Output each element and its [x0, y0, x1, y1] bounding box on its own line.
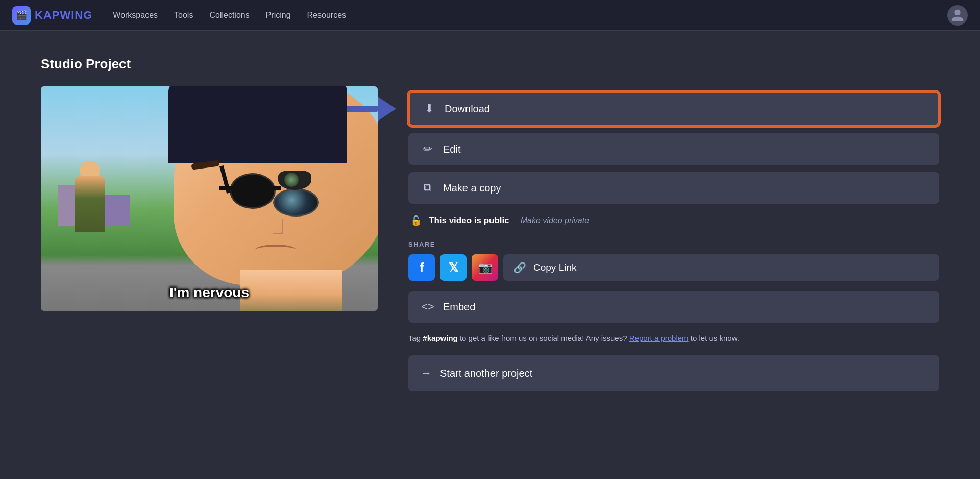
tag-text-3: to let us know. [689, 333, 739, 342]
nav-links: Workspaces Tools Collections Pricing Res… [113, 11, 947, 20]
make-copy-button[interactable]: ⧉ Make a copy [408, 172, 939, 204]
copy-link-button[interactable]: 🔗 Copy Link [503, 254, 939, 281]
embed-label: Embed [443, 301, 475, 313]
privacy-status: This video is public [429, 215, 509, 226]
navbar: 🎬 KAPWING Workspaces Tools Collections P… [0, 0, 980, 31]
link-icon: 🔗 [513, 261, 526, 274]
right-panel: ⬇ Download ✏ Edit ⧉ Make a copy 🔓 This v… [408, 86, 939, 391]
tag-hashtag: #kapwing [423, 333, 457, 342]
edit-label: Edit [443, 143, 460, 155]
instagram-icon: 📷 [478, 261, 492, 274]
privacy-row: 🔓 This video is public Make video privat… [408, 211, 939, 230]
char-neck [240, 270, 342, 311]
video-preview[interactable]: I'm nervous [41, 86, 378, 311]
edit-icon: ✏ [421, 142, 435, 156]
char-hair [168, 86, 347, 163]
char-nose [273, 219, 283, 234]
make-copy-label: Make a copy [443, 182, 501, 194]
twitter-button[interactable]: 𝕏 [440, 254, 467, 281]
instagram-button[interactable]: 📷 [472, 254, 498, 281]
start-project-label: Start another project [440, 368, 532, 379]
char-glasses [273, 188, 319, 217]
edit-button[interactable]: ✏ Edit [408, 133, 939, 165]
char-right-eye [278, 171, 311, 190]
char-eye-patch [230, 173, 276, 209]
download-icon: ⬇ [422, 102, 436, 115]
copy-icon: ⧉ [421, 181, 435, 195]
download-button[interactable]: ⬇ Download [408, 91, 939, 126]
share-buttons: f 𝕏 📷 🔗 Copy Link [408, 254, 939, 281]
download-label: Download [445, 103, 490, 115]
share-section: SHARE f 𝕏 📷 🔗 Copy Link [408, 237, 939, 284]
user-icon [950, 8, 965, 22]
nav-tools[interactable]: Tools [174, 11, 193, 20]
tag-text-1: Tag [408, 333, 423, 342]
logo-text: KAPWING [35, 9, 92, 22]
main-content: Studio Project [0, 31, 980, 417]
share-label: SHARE [408, 241, 939, 248]
report-problem-link[interactable]: Report a problem [629, 333, 689, 342]
logo[interactable]: 🎬 KAPWING [12, 6, 92, 25]
copy-link-label: Copy Link [533, 262, 577, 273]
video-placeholder: I'm nervous [41, 86, 378, 311]
facebook-icon: f [420, 260, 424, 276]
content-area: I'm nervous ⬇ Download ✏ Edit ⧉ [41, 86, 939, 391]
facebook-button[interactable]: f [408, 254, 435, 281]
char-mouth [255, 245, 296, 255]
right-eye-iris [284, 173, 299, 187]
bg-char-body [75, 176, 105, 232]
project-title: Studio Project [41, 56, 939, 72]
video-caption: I'm nervous [169, 284, 249, 301]
lock-icon: 🔓 [410, 215, 422, 226]
nav-resources[interactable]: Resources [307, 11, 346, 20]
logo-icon: 🎬 [12, 6, 31, 25]
tag-text-2: to get a like from us on social media! A… [458, 333, 629, 342]
avatar[interactable] [947, 5, 968, 26]
nav-workspaces[interactable]: Workspaces [113, 11, 158, 20]
arrow-head [378, 97, 396, 121]
nav-pricing[interactable]: Pricing [266, 11, 291, 20]
nav-collections[interactable]: Collections [209, 11, 249, 20]
tag-info: Tag #kapwing to get a like from us on so… [408, 330, 939, 346]
embed-icon: <> [421, 300, 435, 314]
building-2 [102, 195, 130, 226]
twitter-icon: 𝕏 [448, 260, 459, 276]
arrow-right-icon: → [421, 367, 432, 380]
start-project-button[interactable]: → Start another project [408, 355, 939, 391]
embed-button[interactable]: <> Embed [408, 291, 939, 323]
make-private-link[interactable]: Make video private [521, 216, 589, 225]
